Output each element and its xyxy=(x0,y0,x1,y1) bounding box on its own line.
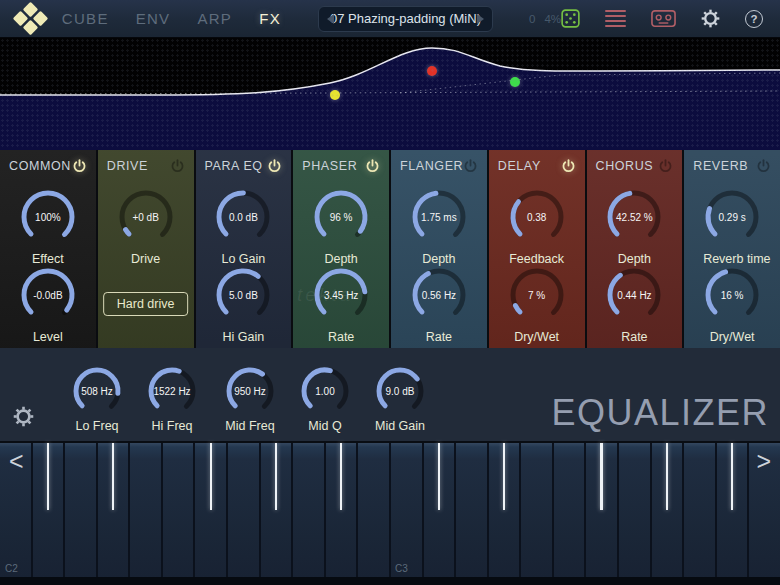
panel-title: PHASER xyxy=(302,159,357,173)
power-button[interactable] xyxy=(463,159,478,174)
black-key-marker xyxy=(210,443,213,510)
knob-mid-gain[interactable]: 9.0 dB Mid Gain xyxy=(362,365,438,433)
knob-value: 0.44 Hz xyxy=(605,266,663,324)
knob-reverb-time[interactable]: 0.29 s Reverb time xyxy=(703,188,761,266)
help-icon[interactable]: ? xyxy=(745,10,763,28)
mid-band-handle[interactable] xyxy=(427,66,437,76)
knob-mid-q[interactable]: 1.00 Mid Q xyxy=(287,365,363,433)
tab-fx[interactable]: FX xyxy=(259,10,281,27)
panel-title: COMMON xyxy=(9,159,71,173)
preset-name[interactable]: 07 Phazing-padding (MiN) xyxy=(330,11,481,26)
piano-key-8[interactable] xyxy=(261,443,294,577)
hard-drive-button[interactable]: Hard drive xyxy=(103,292,189,316)
knob-flanger-rate[interactable]: 0.56 Hz Rate xyxy=(410,266,468,344)
cpu-meter: 0 4% xyxy=(529,13,561,25)
tab-cube[interactable]: CUBE xyxy=(62,10,109,27)
knob-label: Dry/Wet xyxy=(703,330,761,344)
piano-key-9[interactable] xyxy=(293,443,326,577)
keyboard: < > C2C3 xyxy=(0,443,780,585)
piano-key-13[interactable] xyxy=(424,443,457,577)
knob-label: Effect xyxy=(19,252,77,266)
tab-env[interactable]: ENV xyxy=(136,10,171,27)
knob-value: 508 Hz xyxy=(71,365,123,417)
keyboard-scroll-right[interactable]: > xyxy=(756,449,771,474)
knob-feedback[interactable]: 0.38 Feedback xyxy=(508,188,566,266)
preset-next-icon[interactable] xyxy=(477,14,484,24)
knob-phaser-depth[interactable]: 96 % Depth xyxy=(312,188,370,266)
piano-key-16[interactable] xyxy=(521,443,554,577)
knob-lo-freq[interactable]: 508 Hz Lo Freq xyxy=(59,365,135,433)
dice-icon[interactable] xyxy=(561,9,580,28)
equalizer-section: 508 Hz Lo Freq 1522 Hz Hi Freq 950 Hz Mi… xyxy=(0,348,780,443)
knob-chorus-depth[interactable]: 42.52 % Depth xyxy=(605,188,663,266)
knob-chorus-rate[interactable]: 0.44 Hz Rate xyxy=(605,266,663,344)
piano-key-11[interactable] xyxy=(358,443,391,577)
knob-label: Dry/Wet xyxy=(508,330,566,344)
knob-value: 7 % xyxy=(508,266,566,324)
knob-delay-drywet[interactable]: 7 % Dry/Wet xyxy=(508,266,566,344)
knob-effect[interactable]: 100% Effect xyxy=(19,188,77,266)
knob-reverb-drywet[interactable]: 16 % Dry/Wet xyxy=(703,266,761,344)
power-button[interactable] xyxy=(267,159,282,174)
fx-curve-display[interactable] xyxy=(0,38,780,150)
power-button[interactable] xyxy=(561,159,576,174)
power-button[interactable] xyxy=(365,159,380,174)
preset-selector[interactable]: 07 Phazing-padding (MiN) xyxy=(318,6,493,32)
piano-key-17[interactable] xyxy=(554,443,587,577)
power-button[interactable] xyxy=(756,159,771,174)
knob-value: 0.38 xyxy=(508,188,566,246)
app-logo-icon[interactable] xyxy=(10,3,47,35)
knob-level[interactable]: -0.0dB Level xyxy=(19,266,77,344)
power-button[interactable] xyxy=(170,159,185,174)
knob-mid-freq[interactable]: 950 Hz Mid Freq xyxy=(212,365,288,433)
equalizer-title: EQUALIZER xyxy=(551,392,769,434)
piano-key-18[interactable] xyxy=(586,443,619,577)
black-key-marker xyxy=(503,443,506,510)
tab-arp[interactable]: ARP xyxy=(197,10,232,27)
piano-key-22[interactable] xyxy=(717,443,750,577)
piano-key-5[interactable] xyxy=(163,443,196,577)
knob-hi-freq[interactable]: 1522 Hz Hi Freq xyxy=(134,365,210,433)
knob-drive[interactable]: +0 dB Drive xyxy=(117,188,175,266)
menu-lines-icon[interactable] xyxy=(605,10,626,27)
low-band-handle[interactable] xyxy=(330,90,340,100)
keyboard-scroll-left[interactable]: < xyxy=(9,449,24,474)
piano-key-21[interactable] xyxy=(684,443,717,577)
knob-hi-gain[interactable]: 5.0 dB Hi Gain xyxy=(214,266,272,344)
panel-phaser: PHASER 96 % Depth 3.45 Hz Rate xyxy=(293,150,391,348)
piano-key-2[interactable] xyxy=(65,443,98,577)
power-button[interactable] xyxy=(72,159,87,174)
gear-icon[interactable] xyxy=(701,9,720,28)
panel-title: PARA EQ xyxy=(205,159,263,173)
equalizer-settings-gear-icon[interactable] xyxy=(13,406,34,431)
piano-key-1[interactable] xyxy=(33,443,66,577)
knob-label: Reverb time xyxy=(703,252,761,266)
high-band-handle[interactable] xyxy=(510,77,520,87)
knob-lo-gain[interactable]: 0.0 dB Lo Gain xyxy=(214,188,272,266)
knob-label: Drive xyxy=(117,252,175,266)
piano-key-3[interactable] xyxy=(98,443,131,577)
piano-key-19[interactable] xyxy=(619,443,652,577)
knob-value: +0 dB xyxy=(117,188,175,246)
piano-key-14[interactable] xyxy=(456,443,489,577)
piano-key-6[interactable] xyxy=(195,443,228,577)
tape-recorder-icon[interactable] xyxy=(651,9,676,28)
piano-key-12[interactable] xyxy=(391,443,424,577)
preset-prev-icon[interactable] xyxy=(327,14,334,24)
piano-key-4[interactable] xyxy=(130,443,163,577)
piano-key-10[interactable] xyxy=(326,443,359,577)
voice-count: 0 xyxy=(529,13,535,25)
knob-label: Rate xyxy=(312,330,370,344)
piano-key-15[interactable] xyxy=(489,443,522,577)
knob-label: Depth xyxy=(410,252,468,266)
piano-key-7[interactable] xyxy=(228,443,261,577)
knob-value: 950 Hz xyxy=(224,365,276,417)
cpu-load: 4% xyxy=(544,13,561,25)
knob-phaser-rate[interactable]: 3.45 Hz Rate xyxy=(312,266,370,344)
knob-value: 0.0 dB xyxy=(214,188,272,246)
piano-key-20[interactable] xyxy=(652,443,685,577)
knob-flanger-depth[interactable]: 1.75 ms Depth xyxy=(410,188,468,266)
knob-label: Level xyxy=(19,330,77,344)
black-key-marker xyxy=(47,443,50,510)
power-button[interactable] xyxy=(658,159,673,174)
